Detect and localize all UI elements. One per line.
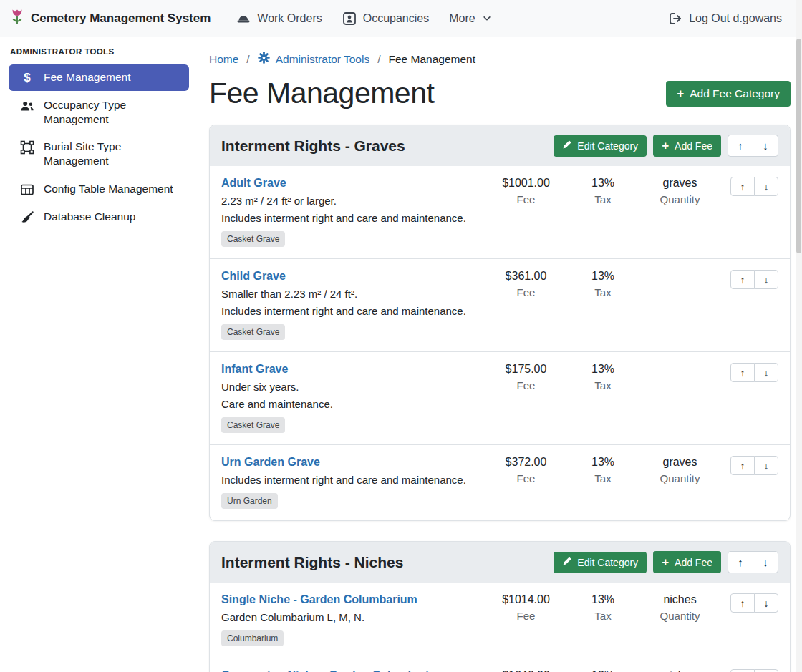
category-reorder-group: ↑ ↓ bbox=[728, 135, 778, 157]
fee-move-up-button[interactable]: ↑ bbox=[730, 593, 755, 613]
fee-move-down-button[interactable]: ↓ bbox=[754, 270, 778, 289]
sidebar-item-config-table[interactable]: Config Table Management bbox=[9, 176, 189, 203]
fee-info: Child Grave Smaller than 2.23 m² / 24 ft… bbox=[221, 270, 485, 340]
fee-info: Infant Grave Under six years. Care and m… bbox=[221, 363, 485, 433]
add-fee-button[interactable]: + Add Fee bbox=[653, 551, 721, 573]
nav-occupancies[interactable]: Occupancies bbox=[332, 6, 440, 31]
arrow-up-icon: ↑ bbox=[740, 274, 745, 286]
add-fee-button[interactable]: + Add Fee bbox=[653, 135, 721, 157]
scrollbar-thumb[interactable] bbox=[796, 39, 801, 253]
fee-reorder-group: ↑ ↓ bbox=[730, 456, 778, 475]
fee-reorder-group: ↑ ↓ bbox=[730, 270, 778, 289]
sidebar-item-label: Database Cleanup bbox=[44, 210, 135, 224]
edit-category-label: Edit Category bbox=[577, 557, 638, 568]
fee-amount: $372.00 bbox=[485, 456, 567, 469]
nav-occupancies-label: Occupancies bbox=[363, 12, 430, 25]
category-move-up-button[interactable]: ↑ bbox=[728, 135, 753, 157]
nav-more-label: More bbox=[449, 12, 475, 25]
nav-work-orders-label: Work Orders bbox=[257, 12, 322, 25]
sidebar-item-occupancy-type[interactable]: Occupancy Type Management bbox=[9, 92, 189, 132]
fee-amount-col: $175.00 Fee bbox=[485, 363, 567, 391]
fee-name-link[interactable]: Infant Grave bbox=[221, 363, 288, 376]
sidebar-item-database-cleanup[interactable]: Database Cleanup bbox=[9, 204, 189, 230]
fee-type-badge: Casket Grave bbox=[221, 231, 285, 247]
fee-name-link[interactable]: Companion Niche - Garden Columbarium bbox=[221, 669, 446, 672]
nav-work-orders[interactable]: Work Orders bbox=[226, 6, 332, 31]
fee-description: Smaller than 2.23 m² / 24 ft². bbox=[221, 288, 485, 300]
fee-amount-label: Fee bbox=[485, 286, 567, 298]
fee-reorder-group: ↑ ↓ bbox=[730, 593, 778, 613]
plus-icon: + bbox=[662, 140, 669, 152]
breadcrumb-admin-tools-link[interactable]: Administrator Tools bbox=[258, 52, 370, 67]
edit-category-label: Edit Category bbox=[577, 140, 638, 152]
fee-description: Care and maintenance. bbox=[221, 398, 485, 410]
fee-row: Adult Grave 2.23 m² / 24 ft² or larger. … bbox=[210, 166, 790, 258]
logout-icon bbox=[668, 11, 682, 26]
fee-name-link[interactable]: Urn Garden Grave bbox=[221, 456, 320, 469]
fee-move-down-button[interactable]: ↓ bbox=[754, 669, 778, 672]
fee-quantity-label: Quantity bbox=[639, 193, 721, 205]
fee-description: Garden Columbarium L, M, N. bbox=[221, 611, 485, 623]
fee-quantity-col: graves Quantity bbox=[639, 456, 721, 484]
nav-more[interactable]: More bbox=[439, 6, 501, 31]
app-brand[interactable]: Cemetery Management System bbox=[10, 9, 211, 29]
logout-link[interactable]: Log Out d.gowans bbox=[658, 6, 792, 31]
fee-amount-col: $361.00 Fee bbox=[485, 270, 567, 298]
fee-move-down-button[interactable]: ↓ bbox=[754, 593, 778, 613]
fee-tax: 13% bbox=[567, 177, 639, 190]
category-header: Interment Rights - Graves Edit Category … bbox=[210, 125, 790, 166]
fee-move-down-button[interactable]: ↓ bbox=[754, 456, 778, 475]
dollar-icon: $ bbox=[20, 71, 34, 85]
fee-amount: $361.00 bbox=[485, 270, 567, 283]
sidebar-item-fee-management[interactable]: $ Fee Management bbox=[9, 64, 189, 91]
fee-reorder-group: ↑ ↓ bbox=[730, 177, 778, 196]
fee-row: Companion Niche - Garden Columbarium Gar… bbox=[210, 658, 790, 672]
fee-quantity-col: graves Quantity bbox=[639, 177, 721, 205]
fee-name-link[interactable]: Child Grave bbox=[221, 270, 286, 283]
breadcrumb-home-link[interactable]: Home bbox=[209, 53, 238, 66]
fee-move-down-button[interactable]: ↓ bbox=[754, 177, 778, 196]
fee-quantity: niches bbox=[639, 669, 721, 672]
breadcrumb: Home / bbox=[209, 52, 791, 67]
breadcrumb-current: Fee Management bbox=[389, 53, 476, 66]
fee-row: Child Grave Smaller than 2.23 m² / 24 ft… bbox=[210, 258, 790, 351]
fee-name-link[interactable]: Adult Grave bbox=[221, 177, 286, 190]
edit-category-button[interactable]: Edit Category bbox=[554, 552, 647, 573]
fee-tax-col: 13% Tax bbox=[567, 456, 639, 484]
fee-category-card-graves: Interment Rights - Graves Edit Category … bbox=[209, 125, 791, 521]
sidebar-heading: ADMINISTRATOR TOOLS bbox=[0, 47, 198, 56]
fee-move-up-button[interactable]: ↑ bbox=[730, 456, 755, 475]
occupant-frame-icon bbox=[342, 11, 357, 26]
arrow-down-icon: ↓ bbox=[764, 181, 769, 193]
fee-amount-col: $1001.00 Fee bbox=[485, 177, 567, 205]
table-icon bbox=[20, 182, 34, 197]
fee-description: 2.23 m² / 24 ft² or larger. bbox=[221, 195, 485, 207]
fee-tax-label: Tax bbox=[567, 286, 639, 298]
arrow-down-icon: ↓ bbox=[763, 140, 768, 152]
fee-amount-col: $372.00 Fee bbox=[485, 456, 567, 484]
add-fee-category-button[interactable]: + Add Fee Category bbox=[666, 81, 791, 107]
fee-name-link[interactable]: Single Niche - Garden Columbarium bbox=[221, 593, 417, 606]
category-move-up-button[interactable]: ↑ bbox=[728, 551, 753, 573]
top-navbar: Cemetery Management System Work Orders O… bbox=[0, 0, 802, 37]
fee-move-down-button[interactable]: ↓ bbox=[754, 363, 778, 382]
fee-move-up-button[interactable]: ↑ bbox=[730, 270, 755, 289]
pencil-icon bbox=[562, 557, 571, 568]
fee-move-up-button[interactable]: ↑ bbox=[730, 363, 755, 382]
sidebar-item-label: Fee Management bbox=[44, 70, 131, 84]
category-move-down-button[interactable]: ↓ bbox=[753, 135, 778, 157]
sidebar-item-label: Occupancy Type Management bbox=[44, 98, 178, 127]
fee-tax: 13% bbox=[567, 593, 639, 606]
category-move-down-button[interactable]: ↓ bbox=[753, 551, 778, 573]
fee-tax-label: Tax bbox=[567, 379, 639, 391]
page-scrollbar[interactable] bbox=[796, 0, 802, 672]
edit-category-button[interactable]: Edit Category bbox=[554, 135, 647, 157]
category-reorder-group: ↑ ↓ bbox=[728, 551, 778, 573]
fee-move-up-button[interactable]: ↑ bbox=[730, 669, 755, 672]
fee-move-up-button[interactable]: ↑ bbox=[730, 177, 755, 196]
admin-sidebar: ADMINISTRATOR TOOLS $ Fee Management Occ… bbox=[0, 37, 198, 672]
fee-amount-label: Fee bbox=[485, 379, 567, 391]
sidebar-item-burial-site-type[interactable]: Burial Site Type Management bbox=[9, 134, 189, 174]
chevron-down-icon bbox=[482, 14, 492, 24]
fee-quantity-col bbox=[639, 270, 721, 273]
